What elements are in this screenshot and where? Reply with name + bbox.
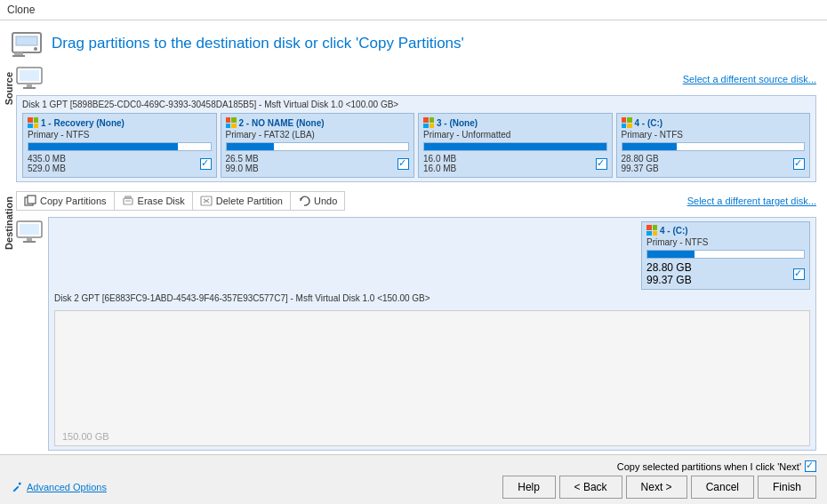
copy-partitions-button[interactable]: Copy Partitions	[16, 191, 115, 211]
unallocated-area: 150.00 GB	[54, 310, 810, 446]
partition-4-sizes: 28.80 GB 99.37 GB	[622, 154, 806, 173]
svg-rect-19	[20, 224, 39, 235]
win-logo-1	[28, 117, 38, 128]
destination-label: Destination	[4, 196, 14, 253]
partition-3-size2: 16.0 MB	[423, 164, 456, 173]
partition-3-sizes: 16.0 MB 16.0 MB	[423, 154, 607, 173]
dest-size1: 28.80 GB	[646, 261, 692, 274]
partition-2-checkbox[interactable]	[397, 158, 409, 170]
partition-1-sizes: 435.0 MB 529.0 MB	[28, 154, 212, 173]
partition-2-name: 2 - NO NAME (None)	[239, 118, 325, 128]
svg-point-2	[34, 47, 37, 51]
partition-4-type: Primary - NTFS	[622, 130, 806, 140]
cancel-button[interactable]: Cancel	[691, 476, 754, 499]
back-button[interactable]: < Back	[559, 476, 622, 499]
copy-partitions-icon	[24, 195, 36, 207]
partition-2-sizes: 26.5 MB 99.0 MB	[226, 154, 410, 173]
unallocated-label: 150.00 GB	[62, 431, 109, 442]
source-sidebar: Source	[4, 67, 16, 182]
erase-disk-button[interactable]: Erase Disk	[115, 191, 193, 211]
title-bar: Clone	[0, 0, 827, 20]
source-partition-3: 3 - (None) Primary - Unformatted 16.0 MB…	[418, 113, 613, 178]
dest-monitor-icon	[16, 220, 43, 245]
dest-partition-checkbox[interactable]	[793, 268, 805, 280]
source-partition-2: 2 - NO NAME (None) Primary - FAT32 (LBA)…	[221, 113, 415, 178]
erase-disk-label: Erase Disk	[138, 196, 185, 206]
dest-partition-fill	[647, 251, 695, 258]
svg-rect-7	[27, 84, 32, 87]
svg-rect-10	[28, 196, 36, 204]
svg-rect-6	[20, 70, 39, 81]
delete-partition-label: Delete Partition	[216, 196, 283, 206]
partition-3-bar	[423, 142, 607, 151]
select-target-link[interactable]: Select a different target disk...	[687, 196, 816, 206]
win-logo-2	[226, 117, 237, 128]
undo-label: Undo	[314, 196, 337, 206]
destination-header-row: Copy Partitions Erase Disk	[16, 191, 816, 211]
svg-rect-21	[23, 241, 36, 243]
partition-1-header: 1 - Recovery (None)	[28, 117, 212, 128]
svg-rect-1	[16, 36, 37, 45]
partition-3-fill	[424, 143, 606, 150]
partition-2-size1: 26.5 MB	[226, 154, 259, 164]
dest-floating-partition[interactable]: 4 - (C:) Primary - NTFS 28.80 GB 99.37 G…	[641, 221, 810, 290]
source-partition-1: 1 - Recovery (None) Primary - NTFS 435.0…	[22, 113, 217, 178]
advanced-options-link[interactable]: Advanced Options	[11, 481, 107, 493]
partition-2-type: Primary - FAT32 (LBA)	[226, 130, 410, 140]
destination-sidebar: Destination	[4, 191, 16, 451]
partition-4-name: 4 - (C:)	[635, 118, 663, 128]
copy-on-next-checkbox[interactable]	[805, 460, 816, 472]
partition-3-size1: 16.0 MB	[423, 154, 456, 164]
window-title: Clone	[7, 4, 35, 16]
disk-icon-header	[11, 28, 43, 60]
delete-partition-icon	[200, 195, 213, 207]
footer-checkbox-row: Copy selected partitions when I click 'N…	[11, 460, 816, 472]
next-button[interactable]: Next >	[626, 476, 687, 499]
destination-disk-area: 4 - (C:) Primary - NTFS 28.80 GB 99.37 G…	[16, 217, 816, 451]
footer-buttons: Advanced Options Help < Back Next > Canc…	[11, 476, 816, 499]
destination-toolbar: Copy Partitions Erase Disk	[16, 191, 345, 211]
undo-button[interactable]: Undo	[291, 191, 345, 211]
partition-3-checkbox[interactable]	[596, 158, 607, 170]
finish-button[interactable]: Finish	[758, 476, 816, 499]
partition-4-header: 4 - (C:)	[622, 117, 806, 128]
svg-rect-4	[12, 55, 25, 57]
partition-2-size2: 99.0 MB	[226, 164, 259, 173]
source-disk-row: Disk 1 GPT [5898BE25-CDC0-469C-9393-3045…	[16, 95, 816, 182]
instruction-text: Drag partitions to the destination disk …	[52, 35, 464, 52]
footer-btn-group: Help < Back Next > Cancel Finish	[502, 476, 816, 499]
dest-partition-header: 4 - (C:)	[646, 225, 805, 236]
partition-1-checkbox[interactable]	[200, 158, 212, 170]
partition-4-fill	[622, 143, 677, 150]
header-instruction-row: Drag partitions to the destination disk …	[0, 20, 827, 63]
destination-section: Destination Copy Partitions	[0, 188, 827, 454]
dest-disk-info: Disk 2 GPT [6E883FC9-1ABD-4543-9F46-357E…	[54, 293, 810, 303]
source-label: Source	[4, 72, 14, 108]
partition-1-bar	[28, 142, 212, 151]
svg-rect-20	[27, 237, 32, 241]
svg-rect-12	[125, 196, 131, 198]
dest-panel: 4 - (C:) Primary - NTFS 28.80 GB 99.37 G…	[48, 217, 816, 451]
partition-1-size1: 435.0 MB	[28, 154, 66, 164]
partition-4-size2: 99.37 GB	[622, 164, 659, 173]
source-content: Select a different source disk... Disk 1…	[16, 67, 816, 182]
help-button[interactable]: Help	[502, 476, 556, 499]
source-disk-panel: Disk 1 GPT [5898BE25-CDC0-469C-9393-3045…	[16, 95, 816, 182]
source-partitions-row: 1 - Recovery (None) Primary - NTFS 435.0…	[22, 113, 810, 178]
partition-1-size2: 529.0 MB	[28, 164, 66, 173]
destination-content: Copy Partitions Erase Disk	[16, 191, 816, 451]
partition-3-header: 3 - (None)	[423, 117, 607, 128]
svg-rect-8	[23, 87, 36, 89]
main-content: Drag partitions to the destination disk …	[0, 20, 827, 454]
partition-2-fill	[227, 143, 274, 150]
partition-2-bar	[226, 142, 410, 151]
erase-disk-icon	[122, 195, 134, 207]
partition-4-checkbox[interactable]	[793, 158, 805, 170]
dest-size2: 99.37 GB	[646, 274, 692, 286]
select-source-link[interactable]: Select a different source disk...	[683, 74, 816, 84]
dest-partition-sizes: 28.80 GB 99.37 GB	[646, 261, 805, 286]
delete-partition-button[interactable]: Delete Partition	[193, 191, 291, 211]
partition-4-bar	[622, 142, 806, 151]
footer-area: Copy selected partitions when I click 'N…	[0, 454, 827, 504]
source-disk-info: Disk 1 GPT [5898BE25-CDC0-469C-9393-3045…	[22, 100, 810, 109]
